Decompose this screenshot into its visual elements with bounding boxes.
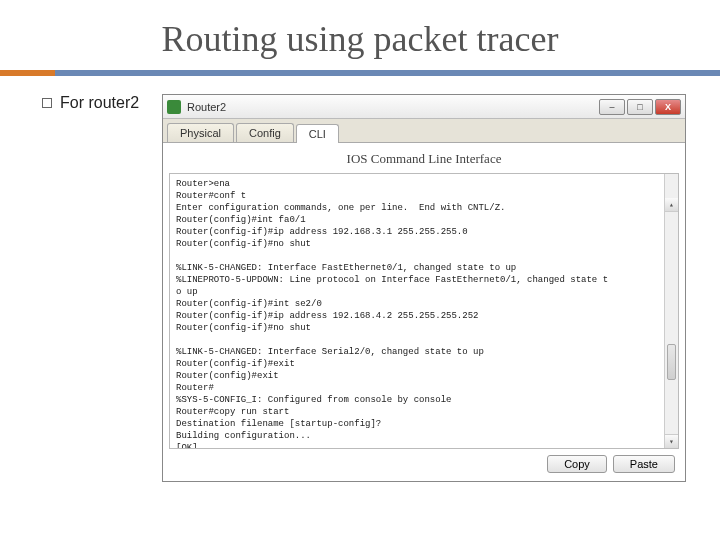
scrollbar[interactable]: ▴ ▾ bbox=[664, 174, 678, 448]
panel-button-row: Copy Paste bbox=[169, 449, 679, 475]
bullet-item: For router2 bbox=[0, 94, 162, 112]
accent-bar bbox=[0, 70, 720, 76]
cli-output[interactable]: Router>ena Router#conf t Enter configura… bbox=[169, 173, 679, 449]
cli-panel: IOS Command Line Interface Router>ena Ro… bbox=[163, 143, 685, 481]
window-controls: – □ X bbox=[599, 99, 681, 115]
copy-button[interactable]: Copy bbox=[547, 455, 607, 473]
window-titlebar: Router2 – □ X bbox=[163, 95, 685, 119]
bullet-text: For router2 bbox=[60, 94, 139, 112]
tab-strip: Physical Config CLI bbox=[163, 119, 685, 143]
tab-cli[interactable]: CLI bbox=[296, 124, 339, 143]
bullet-square-icon bbox=[42, 98, 52, 108]
tab-physical[interactable]: Physical bbox=[167, 123, 234, 142]
app-icon bbox=[167, 100, 181, 114]
scroll-thumb[interactable] bbox=[667, 344, 676, 380]
paste-button[interactable]: Paste bbox=[613, 455, 675, 473]
maximize-button[interactable]: □ bbox=[627, 99, 653, 115]
scroll-up-icon[interactable]: ▴ bbox=[665, 198, 678, 212]
minimize-button[interactable]: – bbox=[599, 99, 625, 115]
panel-heading: IOS Command Line Interface bbox=[169, 147, 679, 173]
tab-config[interactable]: Config bbox=[236, 123, 294, 142]
accent-blue bbox=[55, 70, 720, 76]
router-window: Router2 – □ X Physical Config CLI IOS Co… bbox=[162, 94, 686, 482]
close-button[interactable]: X bbox=[655, 99, 681, 115]
slide-title: Routing using packet tracer bbox=[0, 0, 720, 70]
window-title: Router2 bbox=[187, 101, 599, 113]
accent-orange bbox=[0, 70, 55, 76]
cli-text: Router>ena Router#conf t Enter configura… bbox=[176, 179, 608, 449]
scroll-down-icon[interactable]: ▾ bbox=[665, 434, 678, 448]
